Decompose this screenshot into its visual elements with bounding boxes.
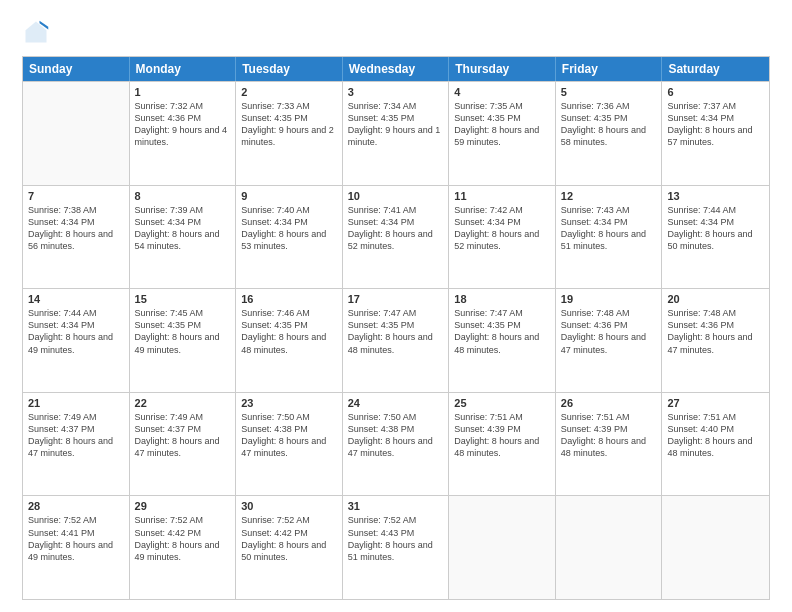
calendar-week: 14Sunrise: 7:44 AMSunset: 4:34 PMDayligh… <box>23 288 769 392</box>
cell-info: Sunrise: 7:49 AMSunset: 4:37 PMDaylight:… <box>28 411 124 460</box>
cell-info: Sunrise: 7:35 AMSunset: 4:35 PMDaylight:… <box>454 100 550 149</box>
cell-info: Sunrise: 7:52 AMSunset: 4:43 PMDaylight:… <box>348 514 444 563</box>
calendar-cell: 16Sunrise: 7:46 AMSunset: 4:35 PMDayligh… <box>236 289 343 392</box>
cell-day-number: 14 <box>28 293 124 305</box>
cal-header-day: Sunday <box>23 57 130 81</box>
calendar-cell: 9Sunrise: 7:40 AMSunset: 4:34 PMDaylight… <box>236 186 343 289</box>
cell-day-number: 31 <box>348 500 444 512</box>
cal-header-day: Thursday <box>449 57 556 81</box>
calendar-cell: 4Sunrise: 7:35 AMSunset: 4:35 PMDaylight… <box>449 82 556 185</box>
cell-day-number: 18 <box>454 293 550 305</box>
cell-info: Sunrise: 7:34 AMSunset: 4:35 PMDaylight:… <box>348 100 444 149</box>
calendar-cell: 19Sunrise: 7:48 AMSunset: 4:36 PMDayligh… <box>556 289 663 392</box>
cell-info: Sunrise: 7:37 AMSunset: 4:34 PMDaylight:… <box>667 100 764 149</box>
cell-day-number: 22 <box>135 397 231 409</box>
cell-info: Sunrise: 7:47 AMSunset: 4:35 PMDaylight:… <box>454 307 550 356</box>
cell-day-number: 16 <box>241 293 337 305</box>
calendar-cell: 24Sunrise: 7:50 AMSunset: 4:38 PMDayligh… <box>343 393 450 496</box>
cell-info: Sunrise: 7:32 AMSunset: 4:36 PMDaylight:… <box>135 100 231 149</box>
calendar-week: 7Sunrise: 7:38 AMSunset: 4:34 PMDaylight… <box>23 185 769 289</box>
header <box>22 18 770 46</box>
cell-day-number: 23 <box>241 397 337 409</box>
calendar-cell: 2Sunrise: 7:33 AMSunset: 4:35 PMDaylight… <box>236 82 343 185</box>
calendar-cell <box>449 496 556 599</box>
cal-header-day: Saturday <box>662 57 769 81</box>
cell-day-number: 8 <box>135 190 231 202</box>
cal-header-day: Monday <box>130 57 237 81</box>
cell-info: Sunrise: 7:42 AMSunset: 4:34 PMDaylight:… <box>454 204 550 253</box>
cell-info: Sunrise: 7:39 AMSunset: 4:34 PMDaylight:… <box>135 204 231 253</box>
cell-day-number: 7 <box>28 190 124 202</box>
cell-info: Sunrise: 7:36 AMSunset: 4:35 PMDaylight:… <box>561 100 657 149</box>
cell-info: Sunrise: 7:41 AMSunset: 4:34 PMDaylight:… <box>348 204 444 253</box>
cell-day-number: 29 <box>135 500 231 512</box>
cell-day-number: 3 <box>348 86 444 98</box>
calendar-cell: 17Sunrise: 7:47 AMSunset: 4:35 PMDayligh… <box>343 289 450 392</box>
cell-info: Sunrise: 7:33 AMSunset: 4:35 PMDaylight:… <box>241 100 337 149</box>
cell-info: Sunrise: 7:51 AMSunset: 4:40 PMDaylight:… <box>667 411 764 460</box>
calendar-cell: 26Sunrise: 7:51 AMSunset: 4:39 PMDayligh… <box>556 393 663 496</box>
cell-info: Sunrise: 7:38 AMSunset: 4:34 PMDaylight:… <box>28 204 124 253</box>
cell-day-number: 4 <box>454 86 550 98</box>
cell-info: Sunrise: 7:40 AMSunset: 4:34 PMDaylight:… <box>241 204 337 253</box>
cell-info: Sunrise: 7:48 AMSunset: 4:36 PMDaylight:… <box>667 307 764 356</box>
cell-info: Sunrise: 7:44 AMSunset: 4:34 PMDaylight:… <box>28 307 124 356</box>
calendar-cell: 15Sunrise: 7:45 AMSunset: 4:35 PMDayligh… <box>130 289 237 392</box>
cell-info: Sunrise: 7:51 AMSunset: 4:39 PMDaylight:… <box>454 411 550 460</box>
calendar-cell <box>23 82 130 185</box>
cell-info: Sunrise: 7:47 AMSunset: 4:35 PMDaylight:… <box>348 307 444 356</box>
cell-info: Sunrise: 7:48 AMSunset: 4:36 PMDaylight:… <box>561 307 657 356</box>
cell-day-number: 12 <box>561 190 657 202</box>
calendar: SundayMondayTuesdayWednesdayThursdayFrid… <box>22 56 770 600</box>
cal-header-day: Tuesday <box>236 57 343 81</box>
cell-day-number: 1 <box>135 86 231 98</box>
calendar-header: SundayMondayTuesdayWednesdayThursdayFrid… <box>23 57 769 81</box>
cell-info: Sunrise: 7:49 AMSunset: 4:37 PMDaylight:… <box>135 411 231 460</box>
cell-info: Sunrise: 7:52 AMSunset: 4:42 PMDaylight:… <box>241 514 337 563</box>
cell-day-number: 17 <box>348 293 444 305</box>
calendar-week: 28Sunrise: 7:52 AMSunset: 4:41 PMDayligh… <box>23 495 769 599</box>
logo-icon <box>22 18 50 46</box>
calendar-week: 1Sunrise: 7:32 AMSunset: 4:36 PMDaylight… <box>23 81 769 185</box>
calendar-cell: 28Sunrise: 7:52 AMSunset: 4:41 PMDayligh… <box>23 496 130 599</box>
cell-day-number: 21 <box>28 397 124 409</box>
calendar-cell: 8Sunrise: 7:39 AMSunset: 4:34 PMDaylight… <box>130 186 237 289</box>
calendar-cell: 1Sunrise: 7:32 AMSunset: 4:36 PMDaylight… <box>130 82 237 185</box>
calendar-cell: 23Sunrise: 7:50 AMSunset: 4:38 PMDayligh… <box>236 393 343 496</box>
calendar-cell: 7Sunrise: 7:38 AMSunset: 4:34 PMDaylight… <box>23 186 130 289</box>
calendar-week: 21Sunrise: 7:49 AMSunset: 4:37 PMDayligh… <box>23 392 769 496</box>
cal-header-day: Friday <box>556 57 663 81</box>
cell-info: Sunrise: 7:51 AMSunset: 4:39 PMDaylight:… <box>561 411 657 460</box>
cell-info: Sunrise: 7:44 AMSunset: 4:34 PMDaylight:… <box>667 204 764 253</box>
calendar-cell: 30Sunrise: 7:52 AMSunset: 4:42 PMDayligh… <box>236 496 343 599</box>
cell-day-number: 26 <box>561 397 657 409</box>
calendar-cell <box>556 496 663 599</box>
cell-day-number: 28 <box>28 500 124 512</box>
cell-info: Sunrise: 7:50 AMSunset: 4:38 PMDaylight:… <box>241 411 337 460</box>
cell-info: Sunrise: 7:45 AMSunset: 4:35 PMDaylight:… <box>135 307 231 356</box>
calendar-cell: 6Sunrise: 7:37 AMSunset: 4:34 PMDaylight… <box>662 82 769 185</box>
cell-day-number: 10 <box>348 190 444 202</box>
cell-day-number: 20 <box>667 293 764 305</box>
cell-day-number: 19 <box>561 293 657 305</box>
calendar-cell: 25Sunrise: 7:51 AMSunset: 4:39 PMDayligh… <box>449 393 556 496</box>
calendar-cell: 3Sunrise: 7:34 AMSunset: 4:35 PMDaylight… <box>343 82 450 185</box>
cell-day-number: 2 <box>241 86 337 98</box>
calendar-cell: 13Sunrise: 7:44 AMSunset: 4:34 PMDayligh… <box>662 186 769 289</box>
calendar-cell: 29Sunrise: 7:52 AMSunset: 4:42 PMDayligh… <box>130 496 237 599</box>
calendar-cell: 14Sunrise: 7:44 AMSunset: 4:34 PMDayligh… <box>23 289 130 392</box>
cal-header-day: Wednesday <box>343 57 450 81</box>
cell-day-number: 6 <box>667 86 764 98</box>
calendar-cell: 31Sunrise: 7:52 AMSunset: 4:43 PMDayligh… <box>343 496 450 599</box>
calendar-cell: 5Sunrise: 7:36 AMSunset: 4:35 PMDaylight… <box>556 82 663 185</box>
cell-day-number: 24 <box>348 397 444 409</box>
cell-day-number: 15 <box>135 293 231 305</box>
calendar-cell: 21Sunrise: 7:49 AMSunset: 4:37 PMDayligh… <box>23 393 130 496</box>
calendar-cell: 10Sunrise: 7:41 AMSunset: 4:34 PMDayligh… <box>343 186 450 289</box>
calendar-cell: 11Sunrise: 7:42 AMSunset: 4:34 PMDayligh… <box>449 186 556 289</box>
cell-info: Sunrise: 7:52 AMSunset: 4:42 PMDaylight:… <box>135 514 231 563</box>
cell-day-number: 5 <box>561 86 657 98</box>
cell-day-number: 13 <box>667 190 764 202</box>
cell-day-number: 27 <box>667 397 764 409</box>
page: SundayMondayTuesdayWednesdayThursdayFrid… <box>0 0 792 612</box>
